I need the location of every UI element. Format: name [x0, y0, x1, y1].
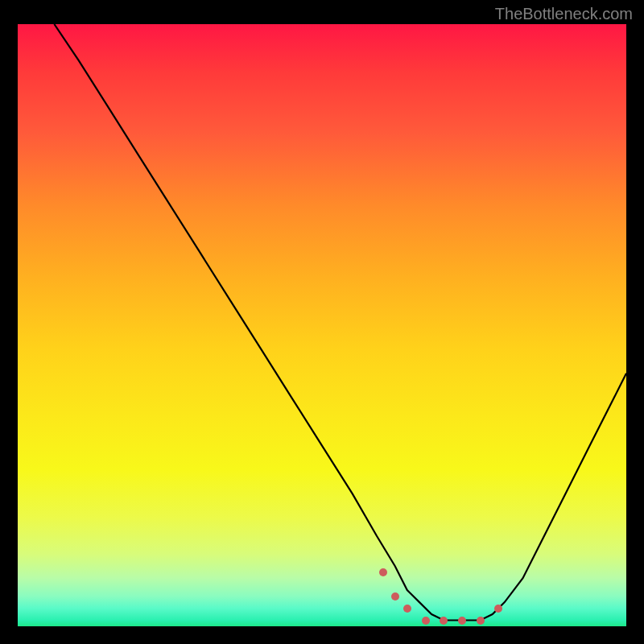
curve-marker: [440, 617, 448, 625]
curve-marker: [458, 617, 466, 625]
curve-marker: [422, 617, 430, 625]
curve-marker: [477, 617, 485, 625]
marker-layer: [18, 24, 626, 626]
curve-marker: [403, 605, 411, 613]
watermark-text: TheBottleneck.com: [495, 5, 633, 23]
chart-plot-area: [18, 24, 626, 626]
curve-marker: [391, 592, 399, 601]
curve-marker: [494, 605, 502, 613]
curve-marker: [379, 568, 387, 576]
